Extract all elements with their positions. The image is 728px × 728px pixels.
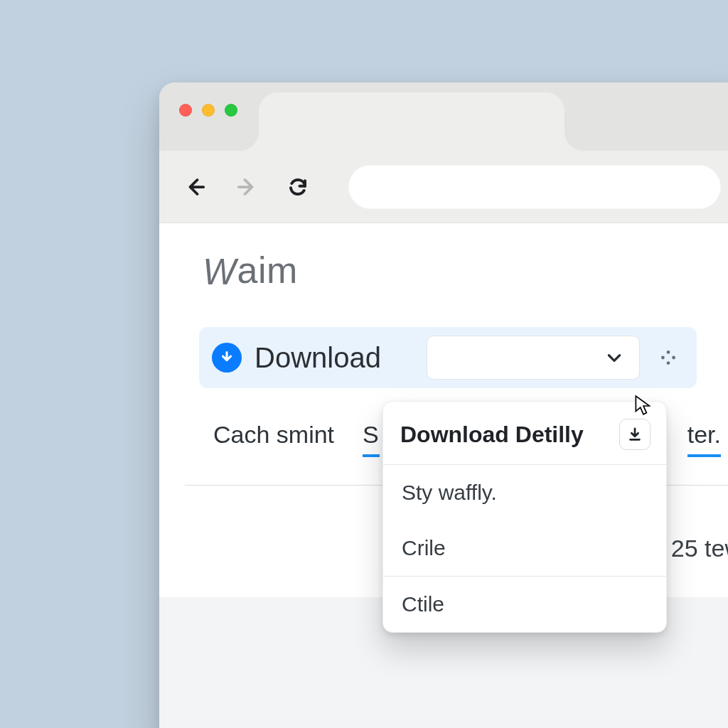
tab-s[interactable]: S: [363, 421, 380, 457]
window-close-button[interactable]: [179, 104, 192, 117]
page-content: WWaimaim Download Cach smint S ter. 25 t…: [159, 223, 728, 728]
download-file-button[interactable]: [619, 419, 651, 450]
download-menu: Download Detilly Sty waffly. Crile Ctile: [382, 401, 667, 633]
svg-point-3: [667, 361, 670, 365]
svg-point-2: [672, 356, 675, 360]
reload-icon: [287, 176, 309, 198]
titlebar: [159, 82, 728, 151]
browser-tab[interactable]: [259, 92, 564, 151]
back-button[interactable]: [181, 172, 210, 202]
menu-title: Download Detilly: [400, 422, 584, 448]
download-circle-icon: [212, 343, 242, 373]
dots-icon: [659, 348, 678, 367]
download-select[interactable]: [427, 336, 640, 380]
menu-item-ctile[interactable]: Ctile: [383, 577, 666, 632]
reload-button[interactable]: [283, 172, 313, 202]
window-zoom-button[interactable]: [225, 104, 237, 117]
arrow-right-icon: [236, 176, 257, 198]
more-options-button[interactable]: [653, 342, 684, 373]
tab-cach-smint[interactable]: Cach smint: [213, 421, 334, 454]
download-bar: Download: [199, 327, 697, 388]
menu-header: Download Detilly: [383, 402, 666, 464]
browser-window: WWaimaim Download Cach smint S ter. 25 t…: [159, 82, 728, 728]
address-bar[interactable]: [348, 165, 721, 209]
svg-point-0: [667, 350, 670, 354]
forward-button: [232, 172, 262, 202]
traffic-lights: [179, 104, 237, 117]
toolbar: [159, 151, 728, 223]
svg-point-1: [661, 356, 665, 360]
window-minimize-button[interactable]: [202, 104, 215, 117]
download-icon: [627, 427, 643, 442]
menu-item-crile[interactable]: Crile: [383, 520, 666, 576]
download-label: Download: [255, 342, 381, 374]
tab-ter[interactable]: ter.: [687, 421, 721, 457]
row-count-text: 25 tew: [671, 535, 728, 562]
chevron-down-icon: [605, 348, 623, 367]
site-logo: WWaimaim: [202, 249, 298, 291]
menu-item-sty-waffly[interactable]: Sty waffly.: [383, 465, 666, 520]
arrow-left-icon: [185, 176, 206, 198]
